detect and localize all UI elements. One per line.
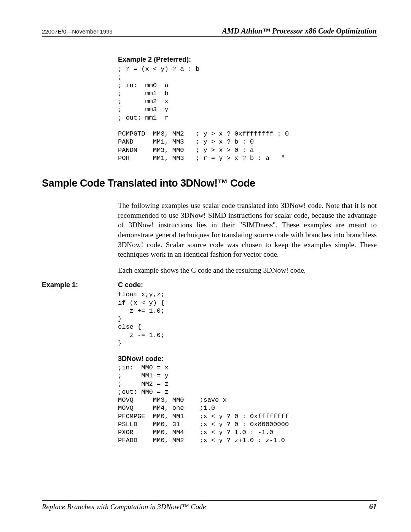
doc-id: 22007E/0—November 1999 — [42, 28, 113, 35]
3dnow-code-heading: 3DNow! code: — [118, 355, 377, 363]
example1-label: Example 1: — [42, 281, 118, 289]
section-heading: Sample Code Translated into 3DNow!™ Code — [42, 177, 377, 189]
c-code-block: float x,y,z; if (x < y) { z += 1.0; } el… — [118, 291, 377, 347]
page-footer: Replace Branches with Computation in 3DN… — [42, 500, 377, 511]
section-para2: Each example shows the C code and the re… — [118, 265, 377, 275]
c-code-heading: C code: — [118, 281, 377, 289]
example2-code: ; r = (x < y) ? a : b ; ; in: mm0 a ; mm… — [118, 65, 377, 162]
doc-title: AMD Athlon™ Processor x86 Code Optimizat… — [222, 27, 377, 35]
3dnow-code-block: ;in: MM0 = x ; MM1 = y ; MM2 = z ;out: M… — [118, 364, 377, 445]
section-para1: The following examples use scalar code t… — [118, 201, 377, 259]
footer-title: Replace Branches with Computation in 3DN… — [42, 503, 206, 511]
page-header: 22007E/0—November 1999 AMD Athlon™ Proce… — [42, 27, 377, 37]
example2-heading: Example 2 (Preferred): — [118, 56, 377, 64]
footer-page-number: 61 — [369, 502, 377, 511]
